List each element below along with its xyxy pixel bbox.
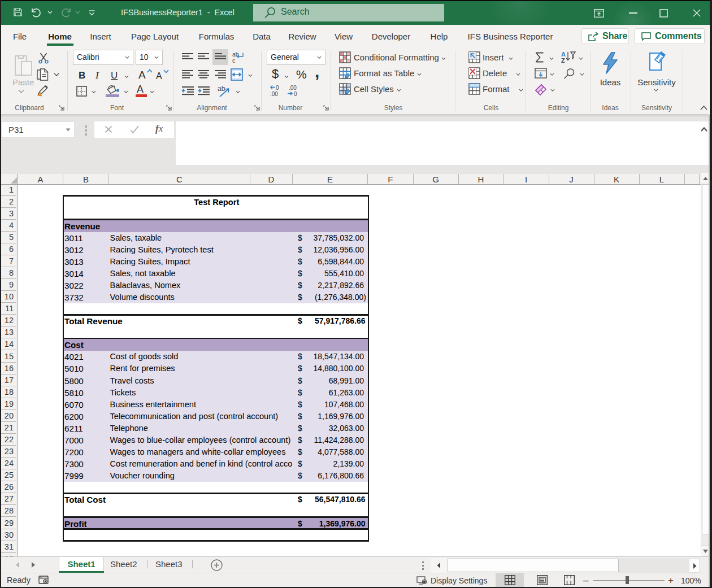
svg-text:ab: ab [218, 85, 225, 93]
svg-text:0: 0 [276, 85, 279, 91]
svg-text:0: 0 [294, 91, 297, 97]
svg-text:c: c [232, 57, 235, 64]
svg-text:.00: .00 [289, 85, 297, 91]
svg-text:Z: Z [561, 57, 565, 64]
svg-text:.00: .00 [270, 91, 278, 97]
